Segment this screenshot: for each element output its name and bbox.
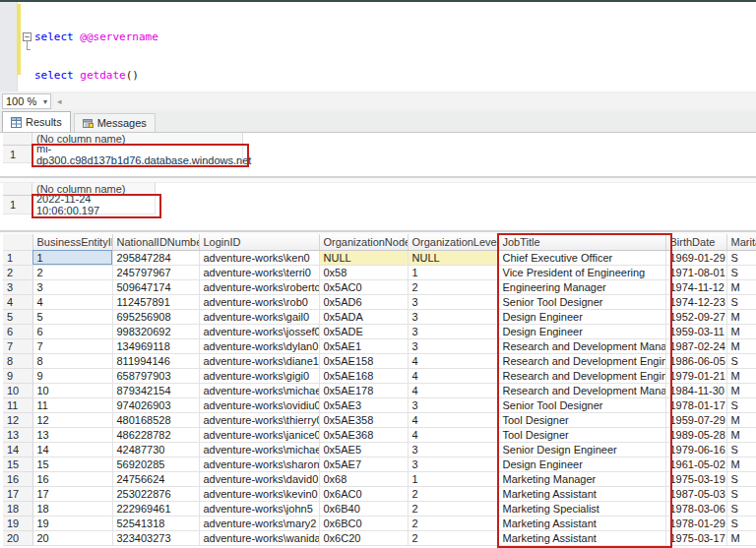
cell-loginid[interactable]: adventure-works\john5	[199, 501, 319, 516]
cell-loginid[interactable]: adventure-works\diane1	[199, 353, 319, 368]
cell-loginid[interactable]: adventure-works\david0	[199, 471, 319, 486]
cell-loginid[interactable]: adventure-works\wanida0	[199, 530, 319, 545]
cell-organizationlevel[interactable]: 4	[408, 353, 498, 368]
cell-marita[interactable]: M	[726, 309, 756, 324]
row-header[interactable]: 11	[3, 397, 32, 412]
row-header[interactable]: 13	[3, 427, 32, 442]
row-header[interactable]: 1	[3, 196, 32, 214]
cell-organizationlevel[interactable]: 1	[408, 265, 498, 279]
cell-organizationlevel[interactable]: 3	[408, 397, 498, 412]
cell-businessentityid[interactable]: 19	[32, 516, 112, 530]
cell-marita[interactable]: M	[726, 338, 756, 353]
cell-jobtitle[interactable]: Senior Design Engineer	[498, 442, 665, 457]
cell-organizationlevel[interactable]: 3	[408, 294, 498, 309]
grid-corner-cell[interactable]	[3, 183, 32, 196]
cell-birthdate[interactable]: 1989-05-28	[665, 427, 726, 442]
cell-nationalidnumber[interactable]: 52541318	[112, 516, 199, 530]
cell-jobtitle[interactable]: Marketing Manager	[498, 471, 665, 486]
cell-jobtitle[interactable]: Research and Development Manager	[498, 338, 665, 353]
cell-loginid[interactable]: adventure-works\sharon0	[199, 457, 319, 471]
cell-organizationnode[interactable]: 0x5AE5	[319, 442, 408, 457]
row-header[interactable]: 14	[3, 442, 32, 457]
row-header[interactable]: 15	[3, 457, 32, 471]
cell-organizationlevel[interactable]: 3	[408, 457, 498, 471]
cell-loginid[interactable]: adventure-works\michael8	[199, 442, 319, 457]
editor-zoom-select[interactable]: 100 % ▾	[2, 93, 51, 109]
cell-jobtitle[interactable]: Tool Designer	[498, 412, 665, 427]
cell-jobtitle[interactable]: Marketing Specialist	[498, 501, 665, 516]
cell-marita[interactable]: M	[726, 412, 756, 427]
cell-nationalidnumber[interactable]: 811994146	[112, 353, 199, 368]
cell-businessentityid[interactable]: 2	[32, 265, 112, 279]
cell-jobtitle[interactable]: Marketing Assistant	[498, 530, 665, 545]
sql-editor[interactable]: −select @@servername select getdate() −S…	[0, 2, 756, 92]
cell-jobtitle[interactable]: Design Engineer	[498, 309, 665, 324]
cell-organizationlevel[interactable]: 4	[408, 412, 498, 427]
cell-organizationnode[interactable]: 0x6C20	[319, 530, 408, 545]
cell-organizationnode[interactable]: 0x5AE7	[319, 457, 408, 471]
cell-loginid[interactable]: adventure-works\jossef0	[199, 324, 319, 338]
cell-marita[interactable]: S	[726, 265, 756, 279]
cell-nationalidnumber[interactable]: 974026903	[112, 397, 199, 412]
cell-businessentityid[interactable]: 7	[32, 338, 112, 353]
cell-marita[interactable]: M	[726, 383, 756, 397]
cell-organizationlevel[interactable]: 3	[408, 442, 498, 457]
cell-organizationnode[interactable]: 0x68	[319, 471, 408, 486]
cell-nationalidnumber[interactable]: 486228782	[112, 427, 199, 442]
cell-jobtitle[interactable]: Research and Development Manager	[498, 383, 665, 397]
grid-corner-cell[interactable]	[3, 234, 32, 250]
row-header[interactable]: 6	[3, 324, 32, 338]
cell-birthdate[interactable]: 1975-03-17	[665, 530, 726, 545]
cell-loginid[interactable]: adventure-works\terri0	[199, 265, 319, 279]
row-header[interactable]: 19	[3, 516, 32, 530]
row-header[interactable]: 7	[3, 338, 32, 353]
cell-loginid[interactable]: adventure-works\roberto0	[199, 279, 319, 294]
cell-birthdate[interactable]: 1971-08-01	[665, 265, 726, 279]
cell-marita[interactable]: S	[726, 442, 756, 457]
cell-nationalidnumber[interactable]: 480168528	[112, 412, 199, 427]
cell-loginid[interactable]: adventure-works\thierry0	[199, 412, 319, 427]
cell-loginid[interactable]: adventure-works\kevin0	[199, 486, 319, 501]
getdate-value-cell[interactable]: 2022-11-24 10:06:00.197	[32, 196, 156, 214]
cell-nationalidnumber[interactable]: 658797903	[112, 368, 199, 383]
cell-loginid[interactable]: adventure-works\gigi0	[199, 368, 319, 383]
tab-results[interactable]: Results	[2, 111, 71, 132]
cell-nationalidnumber[interactable]: 879342154	[112, 383, 199, 397]
cell-organizationnode[interactable]: 0x6B40	[319, 501, 408, 516]
row-header[interactable]: 16	[3, 471, 32, 486]
cell-businessentityid[interactable]: 3	[32, 279, 112, 294]
cell-jobtitle[interactable]: Senior Tool Designer	[498, 397, 665, 412]
cell-businessentityid[interactable]: 4	[32, 294, 112, 309]
column-header-organizationlevel[interactable]: OrganizationLevel	[408, 234, 498, 250]
cell-nationalidnumber[interactable]: 509647174	[112, 279, 199, 294]
grid-corner-cell[interactable]	[3, 133, 32, 146]
column-header-jobtitle[interactable]: JobTitle	[498, 234, 665, 250]
cell-organizationlevel[interactable]: 2	[408, 279, 498, 294]
cell-marita[interactable]: S	[726, 471, 756, 486]
row-header[interactable]: 5	[3, 309, 32, 324]
cell-organizationnode[interactable]: 0x6BC0	[319, 516, 408, 530]
cell-jobtitle[interactable]: Senior Tool Designer	[498, 294, 665, 309]
cell-marita[interactable]: S	[726, 353, 756, 368]
cell-marita[interactable]: M	[726, 324, 756, 338]
cell-organizationlevel[interactable]: 2	[408, 516, 498, 530]
cell-jobtitle[interactable]: Engineering Manager	[498, 279, 665, 294]
cell-jobtitle[interactable]: Research and Development Engineer	[498, 368, 665, 383]
cell-organizationnode[interactable]: 0x5AE358	[319, 412, 408, 427]
cell-businessentityid[interactable]: 6	[32, 324, 112, 338]
cell-loginid[interactable]: adventure-works\ken0	[199, 250, 319, 265]
cell-jobtitle[interactable]: Design Engineer	[498, 324, 665, 338]
cell-birthdate[interactable]: 1975-03-19	[665, 471, 726, 486]
cell-loginid[interactable]: adventure-works\janice0	[199, 427, 319, 442]
cell-birthdate[interactable]: 1987-05-03	[665, 486, 726, 501]
column-header-nationalidnumber[interactable]: NationalIDNumber	[112, 234, 199, 250]
cell-organizationnode[interactable]: NULL	[319, 250, 408, 265]
cell-jobtitle[interactable]: Marketing Assistant	[498, 486, 665, 501]
cell-nationalidnumber[interactable]: 998320692	[112, 324, 199, 338]
cell-birthdate[interactable]: 1978-01-17	[665, 397, 726, 412]
cell-organizationlevel[interactable]: 3	[408, 309, 498, 324]
cell-organizationlevel[interactable]: 4	[408, 427, 498, 442]
cell-birthdate[interactable]: 1961-05-02	[665, 457, 726, 471]
cell-businessentityid[interactable]: 11	[32, 397, 112, 412]
cell-organizationnode[interactable]: 0x5AE158	[319, 353, 408, 368]
